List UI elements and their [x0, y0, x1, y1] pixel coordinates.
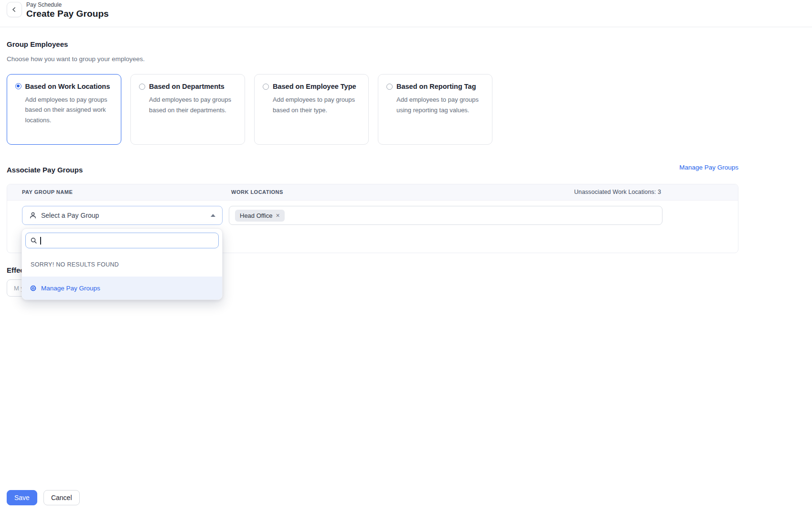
cancel-button[interactable]: Cancel	[43, 490, 80, 505]
back-button[interactable]	[7, 2, 22, 17]
option-label: Based on Work Locations	[25, 83, 110, 90]
option-card-reporting-tag[interactable]: Based on Reporting Tag Add employees to …	[378, 74, 492, 145]
option-label: Based on Employee Type	[273, 83, 356, 90]
dropdown-search-input[interactable]	[41, 237, 214, 244]
dropdown-manage-label: Manage Pay Groups	[41, 285, 100, 292]
column-pay-group-name: PAY GROUP NAME	[22, 189, 73, 195]
caret-up-icon	[211, 214, 215, 217]
associate-pay-groups-heading: Associate Pay Groups	[7, 166, 83, 174]
page-title: Create Pay Groups	[26, 9, 109, 19]
dropdown-manage-pay-groups[interactable]: Manage Pay Groups	[22, 277, 222, 299]
associate-pay-groups-header: Associate Pay Groups Manage Pay Groups	[7, 164, 738, 174]
footer-actions: Save Cancel	[7, 490, 80, 505]
pay-group-dropdown: SORRY! NO RESULTS FOUND Manage Pay Group…	[21, 228, 223, 300]
option-description: Add employees to pay groups based on the…	[25, 95, 115, 126]
group-employees-heading: Group Employees	[7, 40, 68, 48]
unassociated-work-locations-note: Unassociated Work Locations: 3	[574, 189, 661, 195]
group-employees-subheading: Choose how you want to group your employ…	[7, 55, 145, 63]
column-work-locations: WORK LOCATIONS	[231, 189, 283, 195]
option-card-work-locations[interactable]: Based on Work Locations Add employees to…	[7, 74, 121, 145]
table-header-row: PAY GROUP NAME WORK LOCATIONS Unassociat…	[7, 184, 738, 201]
radio-reporting-tag[interactable]	[386, 84, 393, 90]
radio-work-locations[interactable]	[15, 83, 21, 89]
option-description: Add employees to pay groups based on the…	[149, 95, 238, 116]
pay-group-select-value: Select a Pay Group	[41, 212, 211, 219]
option-description: Add employees to pay groups based on the…	[273, 95, 362, 116]
pay-group-select[interactable]: Select a Pay Group	[22, 206, 223, 225]
breadcrumb: Pay Schedule	[26, 1, 62, 8]
person-icon	[29, 212, 37, 219]
option-label: Based on Reporting Tag	[396, 83, 476, 90]
no-results-message: SORRY! NO RESULTS FOUND	[31, 261, 119, 268]
option-label: Based on Departments	[149, 83, 224, 90]
chip-label: Head Office	[240, 212, 272, 219]
radio-employee-type[interactable]	[263, 84, 269, 90]
create-pay-groups-page: Pay Schedule Create Pay Groups Group Emp…	[0, 0, 812, 512]
work-location-chip: Head Office ×	[235, 210, 285, 222]
manage-pay-groups-link[interactable]: Manage Pay Groups	[679, 164, 738, 171]
option-card-departments[interactable]: Based on Departments Add employees to pa…	[130, 74, 245, 145]
grouping-options: Based on Work Locations Add employees to…	[7, 74, 492, 145]
option-description: Add employees to pay groups using report…	[396, 95, 485, 116]
save-button[interactable]: Save	[7, 490, 37, 505]
chevron-left-icon	[11, 6, 18, 13]
page-header: Pay Schedule Create Pay Groups	[0, 0, 812, 27]
search-icon	[30, 237, 37, 244]
option-card-employee-type[interactable]: Based on Employee Type Add employees to …	[254, 74, 369, 145]
radio-departments[interactable]	[139, 84, 145, 90]
gear-icon	[30, 285, 37, 292]
chip-remove-icon[interactable]: ×	[276, 212, 279, 219]
dropdown-search[interactable]	[25, 233, 219, 248]
work-locations-field[interactable]: Head Office ×	[229, 206, 662, 225]
